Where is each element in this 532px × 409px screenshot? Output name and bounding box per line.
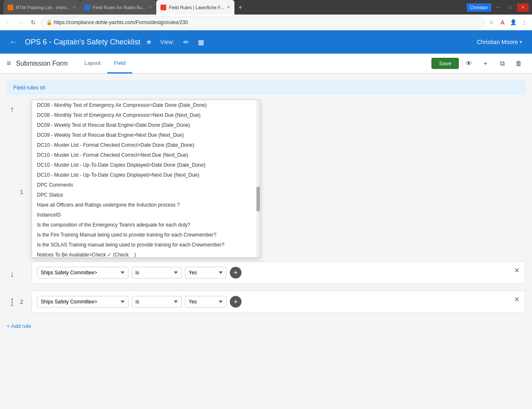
tab-2-close[interactable]: ✕ — [148, 5, 152, 10]
app-back-button[interactable]: ← — [7, 35, 20, 49]
acrobat-icon[interactable]: A — [498, 18, 507, 27]
window-controls: Christian ─ □ ✕ — [467, 3, 529, 12]
rule-1-field-select[interactable]: Ships Safety Committee> — [37, 267, 128, 278]
tab-2-title: Field Rules for Radio Bu... — [93, 5, 146, 10]
field-dropdown[interactable]: DC08 - Monthly Test of Emergency Air Com… — [32, 100, 260, 258]
sub-header: ≡ Submission Form Layout Field Save 👁 + … — [0, 54, 532, 74]
rule-2-number: 2 — [20, 298, 23, 305]
view-icons: ✏ ▦ — [180, 35, 208, 49]
rule-1-number: 1 — [20, 189, 23, 195]
dropdown-item-8[interactable]: DPC Comments — [32, 180, 260, 190]
user-label: Christian — [467, 3, 491, 12]
preview-icon[interactable]: 👁 — [462, 57, 475, 70]
rule-1-down-arrow[interactable]: ↓ — [10, 269, 14, 279]
app-header: ← OPS 6 - Captain's Safety Checklist ★ V… — [0, 30, 532, 54]
rule-block-1: ↑ 1 ↓ DC08 - Monthly Test of Emergency A… — [32, 100, 525, 284]
dropdown-scrollbar-thumb — [256, 187, 260, 212]
dropdown-item-7[interactable]: DC10 - Muster List - Up-To-Date Copies D… — [32, 170, 260, 180]
save-button[interactable]: Save — [431, 58, 459, 69]
rule-1-condition-row: Ships Safety Committee> is Yes + ✕ — [32, 261, 525, 284]
tab-3-close[interactable]: ✕ — [227, 5, 230, 10]
view-label: View: — [160, 39, 175, 45]
tab-1-close[interactable]: ✕ — [72, 5, 76, 10]
url-bar[interactable]: 🔒 https://compliance.dohle-yachts.com/Fo… — [41, 17, 485, 28]
tab-bar: RTW Packing List - (mini... ✕ Field Rule… — [3, 0, 463, 15]
tab-3-title: Field Rules | Laserfiche F... — [169, 5, 224, 10]
maximize-button[interactable]: □ — [505, 3, 516, 12]
rule-1-up-arrow[interactable]: ↑ — [10, 105, 14, 114]
forward-nav-button[interactable]: → — [16, 17, 26, 27]
url-value: https://compliance.dohle-yachts.com/Form… — [54, 20, 188, 25]
user-menu-arrow: ▾ — [520, 39, 522, 45]
chart-view-button[interactable]: ▦ — [195, 35, 208, 49]
add-rule-link[interactable]: + Add rule — [7, 323, 31, 329]
dropdown-item-15[interactable]: Notices To Be Available>Check ✓ (Check__… — [32, 250, 260, 257]
rule-1-operator-select[interactable]: is — [132, 267, 182, 278]
dropdown-item-1[interactable]: DC08 - Monthly Test of Emergency Air Com… — [32, 110, 260, 120]
rule-2-condition-row: Ships Safety Committee> is Yes + ✕ — [32, 291, 525, 313]
rule-2-down-arrow[interactable]: ↓ — [10, 298, 14, 308]
back-nav-button[interactable]: ← — [3, 17, 13, 27]
address-icons: ☆ A 👤 ⋮ — [487, 18, 529, 27]
bookmark-icon[interactable]: ☆ — [487, 18, 496, 27]
dropdown-item-4[interactable]: DC10 - Muster List - Format Checked Corr… — [32, 140, 260, 150]
tab-3[interactable]: Field Rules | Laserfiche F... ✕ — [156, 0, 234, 15]
page-title: Submission Form — [16, 60, 68, 67]
dropdown-item-11[interactable]: InstanceID — [32, 210, 260, 220]
field-rules-header-text: Field rules sh — [13, 84, 45, 91]
browser-chrome: RTW Packing List - (mini... ✕ Field Rule… — [0, 0, 532, 15]
menu-icon[interactable]: ⋮ — [520, 18, 529, 27]
close-button[interactable]: ✕ — [517, 3, 529, 12]
hamburger-icon[interactable]: ≡ — [7, 59, 11, 68]
tab-2[interactable]: Field Rules for Radio Bu... ✕ — [80, 0, 156, 15]
dropdown-item-13[interactable]: Is the Fire Training Manual being used t… — [32, 230, 260, 240]
address-bar: ← → ↻ 🔒 https://compliance.dohle-yachts.… — [0, 15, 532, 30]
dropdown-item-14[interactable]: Is the SOLAS Training manual being used … — [32, 240, 260, 250]
rule-2-close-button[interactable]: ✕ — [512, 294, 522, 304]
tab-2-favicon — [84, 5, 90, 10]
dropdown-scrollbar[interactable] — [256, 100, 260, 257]
dropdown-item-12[interactable]: Is the composition of the Emergency Team… — [32, 220, 260, 230]
url-text: 🔒 — [46, 20, 54, 25]
rule-2-operator-select[interactable]: is — [132, 296, 182, 308]
rule-1-container: DC08 - Monthly Test of Emergency Air Com… — [32, 100, 525, 284]
rule-1-add-condition-button[interactable]: + — [230, 267, 241, 278]
rule-2-value-select[interactable]: Yes — [185, 296, 227, 308]
dropdown-item-6[interactable]: DC10 - Muster List - Up-To-Date Copies D… — [32, 160, 260, 170]
dropdown-item-2[interactable]: DC09 - Weekly Test of Rescue Boat Engine… — [32, 120, 260, 130]
tab-layout[interactable]: Layout — [78, 54, 107, 74]
user-name: Christian Moore — [477, 39, 518, 45]
copy-icon[interactable]: ⧉ — [495, 57, 509, 70]
dropdown-item-3[interactable]: DC09 - Weekly Test of Rescue Boat Engine… — [32, 130, 260, 140]
dropdown-item-5[interactable]: DC10 - Muster List - Format Checked Corr… — [32, 150, 260, 160]
rule-1-close-button[interactable]: ✕ — [512, 265, 522, 275]
refresh-button[interactable]: ↻ — [28, 17, 38, 27]
rule-2-add-condition-button[interactable]: + — [230, 296, 241, 308]
field-rules-header: Field rules sh — [7, 80, 525, 95]
dropdown-item-0[interactable]: DC08 - Monthly Test of Emergency Air Com… — [32, 100, 260, 110]
delete-icon[interactable]: 🗑 — [512, 57, 525, 70]
user-menu[interactable]: Christian Moore ▾ — [473, 37, 525, 47]
minimize-button[interactable]: ─ — [492, 3, 504, 12]
app-title: OPS 6 - Captain's Safety Checklist — [25, 38, 140, 47]
rule-1-value-select[interactable]: Yes — [185, 267, 227, 278]
rules-container: ↑ 1 ↓ DC08 - Monthly Test of Emergency A… — [7, 100, 525, 313]
new-tab-btn[interactable]: + — [234, 0, 247, 15]
dropdown-list[interactable]: DC08 - Monthly Test of Emergency Air Com… — [32, 100, 260, 257]
favorite-icon[interactable]: ★ — [145, 37, 152, 47]
tab-3-favicon — [160, 5, 166, 10]
rule-2-field-select[interactable]: Ships Safety Committee> — [37, 296, 128, 308]
profile-icon[interactable]: 👤 — [509, 18, 518, 27]
tab-1-title: RTW Packing List - (mini... — [16, 5, 70, 10]
main-content: Field rules sh ↑ 1 ↓ DC08 - Monthly Test… — [0, 74, 532, 409]
rule-block-2: ↑ 2 ↓ Ships Safety Committee> is Yes + ✕ — [32, 291, 525, 313]
tab-1-favicon — [7, 5, 13, 10]
dropdown-item-9[interactable]: DPC Status — [32, 190, 260, 200]
header-actions: Save 👁 + ⧉ 🗑 — [431, 57, 525, 70]
dropdown-item-10[interactable]: Have all Officers and Ratings undergone … — [32, 200, 260, 210]
edit-view-button[interactable]: ✏ — [180, 35, 193, 49]
add-icon[interactable]: + — [479, 57, 492, 70]
tab-field[interactable]: Field — [107, 54, 132, 74]
tab-1[interactable]: RTW Packing List - (mini... ✕ — [3, 0, 80, 15]
